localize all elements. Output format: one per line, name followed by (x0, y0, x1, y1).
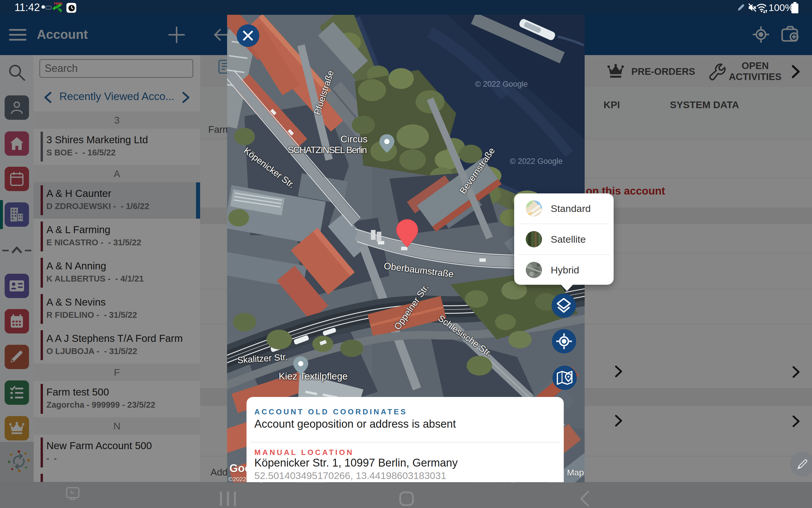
svg-text:FAKE: FAKE (54, 2, 62, 5)
